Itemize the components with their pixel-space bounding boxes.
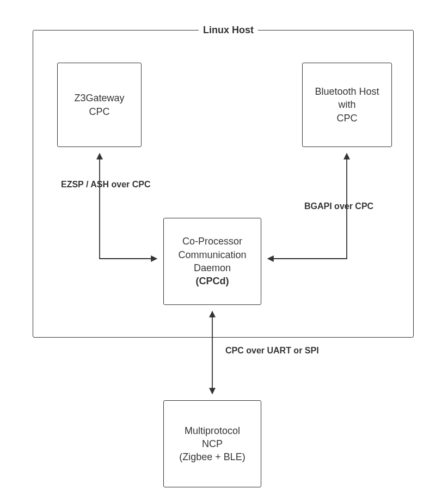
node-z3gateway: Z3Gateway CPC — [57, 63, 142, 147]
node-cpcd-line4: (CPCd) — [196, 276, 229, 286]
node-cpcd-text: Co-Processor Communication Daemon (CPCd) — [178, 235, 246, 288]
node-ncp-line1: Multiprotocol — [185, 425, 240, 436]
node-z3gateway-line2: CPC — [89, 106, 109, 117]
node-bluetooth-host: Bluetooth Host with CPC — [302, 63, 392, 147]
node-ncp-line2: NCP — [202, 438, 223, 449]
node-cpcd-line1: Co-Processor — [182, 236, 242, 247]
node-bthost-line1: Bluetooth Host — [315, 86, 379, 97]
node-cpcd-line3: Daemon — [194, 262, 231, 273]
node-bthost-line3: CPC — [336, 113, 357, 124]
node-bthost-line2: with — [338, 99, 355, 110]
edge-label-bgapi: BGAPI over CPC — [302, 201, 376, 211]
node-cpcd: Co-Processor Communication Daemon (CPCd) — [163, 218, 261, 305]
node-z3gateway-text: Z3Gateway CPC — [74, 91, 124, 118]
node-ncp-line3: (Zigbee + BLE) — [179, 451, 246, 462]
edge-label-uart: CPC over UART or SPI — [223, 346, 321, 356]
linux-host-title: Linux Host — [199, 25, 258, 36]
edge-label-ezsp: EZSP / ASH over CPC — [59, 180, 153, 190]
node-bthost-text: Bluetooth Host with CPC — [315, 85, 379, 125]
node-multiprotocol-ncp: Multiprotocol NCP (Zigbee + BLE) — [163, 400, 261, 487]
node-z3gateway-line1: Z3Gateway — [74, 93, 124, 103]
node-cpcd-line2: Communication — [178, 249, 246, 260]
diagram-canvas: Linux Host Z3Gateway CPC Bluetooth Host … — [0, 0, 448, 501]
node-ncp-text: Multiprotocol NCP (Zigbee + BLE) — [179, 424, 246, 464]
